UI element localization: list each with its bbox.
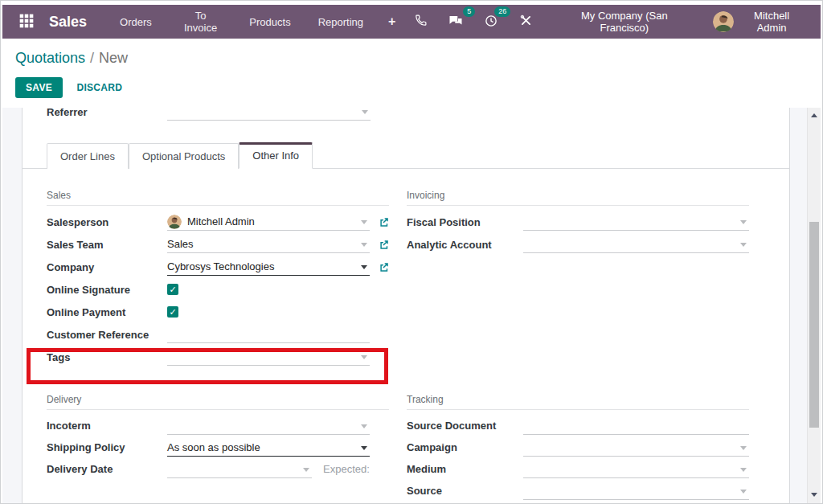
tab-other-info[interactable]: Other Info bbox=[239, 142, 313, 169]
fiscal-position-row: Fiscal Position bbox=[407, 211, 749, 233]
incoterm-label: Incoterm bbox=[47, 420, 167, 432]
source-row: Source bbox=[407, 480, 749, 502]
sales-team-external-link[interactable] bbox=[370, 240, 389, 250]
customer-reference-input[interactable] bbox=[167, 326, 370, 343]
voip-phone-button[interactable] bbox=[407, 10, 435, 34]
form-sheet: Referrer Order Lines Optional Products O… bbox=[22, 108, 790, 503]
medium-row: Medium bbox=[407, 458, 749, 480]
scroll-down-arrow[interactable] bbox=[808, 489, 821, 502]
chevron-down-icon bbox=[361, 355, 367, 359]
shipping-policy-row: Shipping Policy As soon as possible bbox=[47, 436, 389, 458]
invoicing-group: Invoicing Fiscal Position Analytic Accou… bbox=[407, 190, 749, 368]
other-info-page: Sales Salesperson Mitchell Admin bbox=[23, 169, 789, 502]
menu-products[interactable]: Products bbox=[235, 10, 304, 35]
content-area: Referrer Order Lines Optional Products O… bbox=[2, 108, 821, 503]
chevron-down-icon bbox=[361, 220, 367, 224]
analytic-account-label: Analytic Account bbox=[407, 239, 523, 251]
campaign-row: Campaign bbox=[407, 436, 749, 458]
chevron-down-icon bbox=[740, 446, 747, 450]
debug-tools-button[interactable] bbox=[512, 10, 540, 34]
customer-reference-label: Customer Reference bbox=[47, 329, 167, 341]
menu-to-invoice[interactable]: To Invoice bbox=[166, 3, 236, 40]
menu-reporting[interactable]: Reporting bbox=[305, 10, 377, 35]
sales-team-row: Sales Team Sales bbox=[47, 233, 389, 256]
medium-label: Medium bbox=[407, 463, 523, 475]
source-document-row: Source Document bbox=[407, 415, 749, 436]
chevron-down-icon bbox=[740, 468, 747, 472]
delivery-date-row: Delivery Date Expected: bbox=[47, 458, 389, 480]
group-delivery-tracking: Delivery Incoterm Shipping Policy bbox=[47, 394, 749, 502]
chevron-down-icon bbox=[362, 110, 368, 114]
source-label: Source bbox=[407, 485, 523, 497]
chevron-down-icon bbox=[361, 446, 367, 450]
scrollbar-thumb[interactable] bbox=[809, 222, 819, 428]
sales-team-input[interactable]: Sales bbox=[167, 236, 370, 253]
sales-group: Sales Salesperson Mitchell Admin bbox=[47, 190, 389, 368]
tags-input[interactable] bbox=[167, 348, 370, 366]
referrer-input[interactable] bbox=[167, 108, 371, 121]
analytic-account-input[interactable] bbox=[523, 236, 749, 253]
tags-row: Tags bbox=[47, 346, 389, 368]
online-payment-label: Online Payment bbox=[47, 306, 167, 318]
delivery-date-label: Delivery Date bbox=[47, 463, 167, 475]
source-document-label: Source Document bbox=[407, 420, 523, 432]
user-avatar bbox=[713, 11, 734, 32]
incoterm-input[interactable] bbox=[167, 417, 370, 435]
online-payment-checkbox[interactable] bbox=[167, 306, 178, 318]
scroll-up-arrow[interactable] bbox=[808, 109, 821, 122]
phone-icon bbox=[414, 14, 428, 30]
source-document-input[interactable] bbox=[523, 417, 749, 435]
discard-button[interactable]: DISCARD bbox=[66, 77, 133, 98]
app-name[interactable]: Sales bbox=[49, 14, 87, 31]
menu-orders[interactable]: Orders bbox=[106, 10, 166, 35]
source-input[interactable] bbox=[523, 482, 749, 500]
tracking-group: Tracking Source Document Campaign bbox=[407, 394, 749, 502]
chevron-down-icon bbox=[361, 243, 367, 247]
salesperson-row: Salesperson Mitchell Admin bbox=[47, 211, 389, 233]
sales-section-title: Sales bbox=[47, 190, 389, 206]
activities-button[interactable]: 26 bbox=[477, 10, 506, 35]
activities-badge: 26 bbox=[494, 6, 510, 17]
cp-buttons: SAVE DISCARD bbox=[15, 77, 808, 98]
sales-team-label: Sales Team bbox=[47, 239, 167, 251]
apps-menu-button[interactable] bbox=[14, 10, 39, 35]
messages-badge: 5 bbox=[463, 6, 475, 17]
user-name: Mitchell Admin bbox=[739, 10, 805, 34]
salesperson-avatar bbox=[167, 215, 182, 229]
fiscal-position-input[interactable] bbox=[523, 213, 749, 231]
calendar-dropdown-icon bbox=[303, 468, 309, 472]
chevron-down-icon bbox=[740, 490, 747, 494]
vertical-scrollbar[interactable] bbox=[807, 108, 821, 503]
medium-input[interactable] bbox=[523, 461, 749, 478]
salesperson-label: Salesperson bbox=[47, 216, 167, 228]
main-menu: Orders To Invoice Products Reporting + bbox=[106, 3, 407, 40]
breadcrumb: Quotations/New bbox=[15, 50, 808, 67]
save-button[interactable]: SAVE bbox=[15, 77, 63, 98]
expected-label: Expected: bbox=[323, 463, 370, 475]
referrer-row: Referrer bbox=[23, 108, 390, 123]
company-row: Company Cybrosys Technologies bbox=[47, 256, 389, 278]
analytic-account-row: Analytic Account bbox=[407, 233, 749, 256]
navbar-left: Sales Orders To Invoice Products Reporti… bbox=[14, 3, 407, 40]
campaign-input[interactable] bbox=[523, 439, 749, 457]
tab-order-lines[interactable]: Order Lines bbox=[47, 143, 129, 169]
delivery-section-title: Delivery bbox=[47, 394, 389, 410]
tab-optional-products[interactable]: Optional Products bbox=[129, 143, 239, 169]
company-external-link[interactable] bbox=[370, 262, 389, 272]
messages-button[interactable]: 5 bbox=[441, 10, 470, 35]
breadcrumb-quotations-link[interactable]: Quotations bbox=[15, 50, 85, 66]
company-input[interactable]: Cybrosys Technologies bbox=[167, 258, 370, 276]
user-menu[interactable]: Mitchell Admin bbox=[708, 6, 809, 37]
tools-icon bbox=[519, 14, 533, 30]
shipping-policy-select[interactable]: As soon as possible bbox=[167, 439, 370, 457]
online-signature-checkbox[interactable] bbox=[167, 284, 178, 295]
menu-plus-button[interactable]: + bbox=[377, 10, 407, 34]
salesperson-external-link[interactable] bbox=[370, 217, 389, 227]
company-switcher[interactable]: My Company (San Francisco) bbox=[547, 5, 702, 39]
chevron-down-icon bbox=[740, 220, 747, 224]
delivery-date-input[interactable] bbox=[167, 461, 312, 478]
odoo-window: Sales Orders To Invoice Products Reporti… bbox=[0, 0, 823, 504]
salesperson-input[interactable]: Mitchell Admin bbox=[167, 213, 370, 231]
customer-reference-row: Customer Reference bbox=[47, 323, 389, 346]
incoterm-row: Incoterm bbox=[47, 415, 389, 436]
